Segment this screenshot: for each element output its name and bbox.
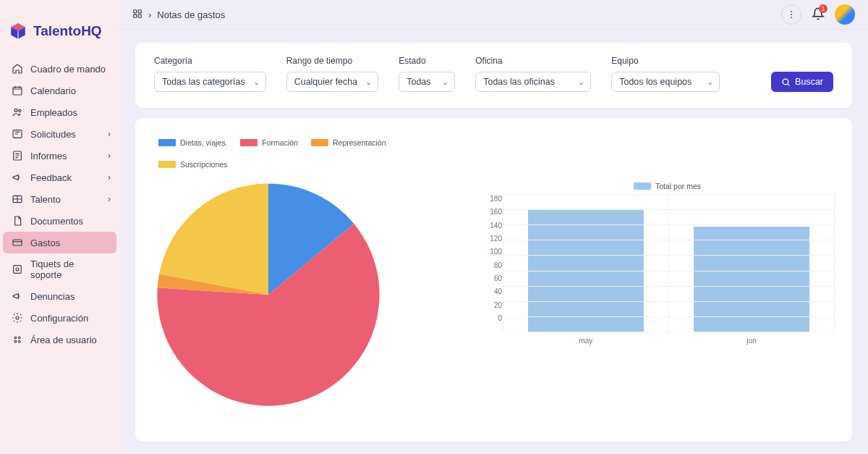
sidebar-item-document[interactable]: Documentos — [3, 210, 116, 232]
y-tick: 100 — [490, 248, 502, 256]
sidebar-item-label: Denuncias — [30, 291, 75, 302]
y-tick: 40 — [494, 287, 502, 295]
pie-chart-area: Dietas, viajes.FormaciónRepresentaciónSu… — [153, 138, 456, 413]
svg-rect-0 — [13, 87, 22, 95]
bar-y-axis: 180160140120100806040200 — [483, 195, 502, 322]
sidebar-item-megaphone[interactable]: Feedback› — [3, 167, 116, 188]
chevron-right-icon: › — [108, 194, 111, 204]
select-office[interactable]: Todas las oficinas ⌄ — [475, 72, 591, 92]
svg-point-2 — [19, 109, 21, 112]
sidebar-item-label: Cuadro de mando — [30, 64, 106, 75]
filter-team-label: Equipo — [611, 56, 720, 66]
sidebar-item-label: Configuración — [30, 313, 88, 324]
sidebar-item-user-area[interactable]: Área de usuario — [3, 329, 116, 350]
chevron-down-icon: ⌄ — [578, 77, 584, 87]
sidebar-item-label: Informes — [30, 151, 67, 161]
legend-item[interactable]: Formación — [240, 138, 298, 147]
legend-swatch — [240, 139, 258, 146]
x-tick: jun — [669, 337, 835, 345]
filter-category: Categoría Todas las categorías ⌄ — [154, 56, 266, 92]
y-tick: 180 — [490, 195, 502, 203]
gear-icon — [12, 312, 23, 324]
sidebar-item-alert[interactable]: Denuncias — [3, 285, 116, 307]
sidebar-item-card[interactable]: Gastos — [3, 232, 116, 253]
sidebar-item-calendar[interactable]: Calendario — [3, 80, 116, 101]
legend-item[interactable]: Suscripciones — [158, 160, 227, 169]
svg-rect-16 — [134, 14, 137, 17]
sidebar-item-gear[interactable]: Configuración — [3, 307, 116, 329]
charts-card: Dietas, viajes.FormaciónRepresentaciónSu… — [135, 118, 852, 442]
talent-icon — [12, 193, 23, 205]
report-icon — [12, 150, 23, 161]
filters-card: Categoría Todas las categorías ⌄ Rango d… — [135, 43, 852, 108]
y-tick: 20 — [494, 301, 502, 309]
document-icon — [12, 215, 23, 227]
select-state[interactable]: Todas ⌄ — [399, 72, 455, 92]
filter-category-label: Categoría — [154, 56, 266, 66]
legend-swatch — [158, 161, 176, 168]
sidebar-item-label: Tiquets de soporte — [30, 258, 108, 280]
legend-label: Dietas, viajes. — [180, 138, 227, 147]
svg-point-11 — [18, 337, 20, 339]
bar-legend-label: Total por mes — [655, 182, 701, 190]
sidebar-item-ticket[interactable]: Tiquets de soporte — [3, 253, 116, 285]
select-category[interactable]: Todas las categorías ⌄ — [154, 72, 266, 92]
bars-wrap — [503, 195, 835, 332]
bar-chart: 180160140120100806040200 — [503, 195, 835, 332]
legend-label: Suscripciones — [180, 160, 227, 169]
svg-point-19 — [791, 14, 792, 15]
filter-state: Estado Todas ⌄ — [399, 56, 455, 92]
avatar[interactable] — [835, 4, 855, 25]
chevron-right-icon: › — [148, 9, 151, 20]
y-tick: 160 — [490, 208, 502, 216]
bar-col — [503, 195, 669, 332]
pie-legend: Dietas, viajes.FormaciónRepresentaciónSu… — [153, 138, 456, 169]
y-tick: 140 — [490, 222, 502, 230]
sidebar-item-users[interactable]: Empleados — [3, 101, 116, 123]
topbar-actions: 1 — [781, 4, 855, 25]
sidebar-item-report[interactable]: Informes› — [3, 145, 116, 167]
sidebar-item-home[interactable]: Cuadro de mando — [3, 58, 116, 80]
select-team[interactable]: Todos los equipos ⌄ — [611, 72, 720, 92]
filter-office-label: Oficina — [475, 56, 591, 66]
alert-icon — [12, 290, 23, 302]
sidebar-nav: Cuadro de mandoCalendarioEmpleadosSolici… — [0, 58, 119, 350]
chevron-right-icon: › — [108, 151, 111, 161]
x-tick: may — [503, 337, 669, 345]
sidebar-item-label: Área de usuario — [30, 335, 97, 345]
bar-legend: Total por mes — [500, 182, 835, 190]
logo-icon — [9, 22, 27, 41]
notifications-button[interactable]: 1 — [812, 7, 825, 22]
y-tick: 80 — [494, 261, 502, 269]
sidebar: TalentoHQ Cuadro de mandoCalendarioEmple… — [0, 0, 119, 454]
legend-item[interactable]: Dietas, viajes. — [158, 138, 227, 147]
calendar-icon — [12, 85, 23, 96]
chevron-down-icon: ⌄ — [707, 77, 713, 87]
select-range[interactable]: Cualquier fecha ⌄ — [286, 72, 379, 92]
notification-badge: 1 — [819, 4, 827, 13]
chevron-down-icon: ⌄ — [442, 77, 448, 87]
bar-chart-area: Total por mes 180160140120100806040200 m… — [500, 138, 835, 345]
svg-point-18 — [791, 11, 792, 12]
logo[interactable]: TalentoHQ — [0, 14, 119, 58]
legend-item[interactable]: Representación — [311, 138, 386, 147]
brand-name: TalentoHQ — [33, 23, 102, 39]
apps-icon[interactable] — [132, 9, 142, 21]
sidebar-item-talent[interactable]: Talento› — [3, 188, 116, 210]
bar[interactable] — [528, 210, 644, 332]
search-button[interactable]: Buscar — [771, 72, 833, 92]
sidebar-item-label: Gastos — [30, 237, 60, 248]
home-icon — [12, 63, 23, 75]
sidebar-item-inbox[interactable]: Solicitudes› — [3, 123, 116, 145]
svg-point-21 — [783, 79, 788, 85]
more-menu-button[interactable] — [781, 4, 801, 25]
megaphone-icon — [12, 172, 23, 183]
filter-team: Equipo Todos los equipos ⌄ — [611, 56, 720, 92]
filter-range-label: Rango de tiempo — [286, 56, 379, 66]
ticket-icon — [12, 264, 23, 275]
search-icon — [781, 77, 791, 87]
user-area-icon — [12, 334, 23, 345]
y-tick: 120 — [490, 235, 502, 243]
users-icon — [12, 106, 23, 118]
bar-x-labels: mayjun — [503, 337, 835, 345]
